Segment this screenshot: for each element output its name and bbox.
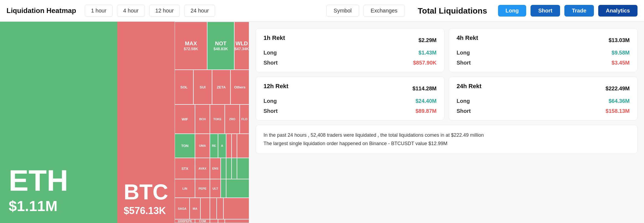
ton-tile[interactable]: TON — [175, 134, 195, 158]
12h-rekt-value: $114.28M — [412, 85, 437, 92]
ma-tile[interactable]: MA — [190, 198, 200, 219]
filter-btn-symbol[interactable]: Symbol — [326, 5, 359, 17]
action-btn-long[interactable]: Long — [498, 5, 526, 17]
action-btn-analytics[interactable]: Analytics — [598, 5, 638, 17]
yc-tile[interactable] — [221, 179, 226, 198]
zeta-tile[interactable]: ZETA — [212, 70, 231, 104]
uma-tile[interactable]: UMA — [195, 134, 210, 158]
do-tile[interactable] — [210, 219, 218, 223]
not-tile[interactable]: NOT $48.83K — [207, 22, 234, 70]
eth-block[interactable]: ETH $1.11M — [0, 22, 117, 223]
heatmap-area: ETH $1.11M BTC $576.13K MAX $72.58K NOT … — [0, 22, 249, 223]
4h-rekt-row: 4h Rekt $13.03M — [457, 34, 630, 46]
wld-value: $47.34K — [235, 47, 249, 51]
m1-tile[interactable] — [221, 158, 226, 179]
sui-tile[interactable]: SUI — [193, 70, 212, 104]
re-tile[interactable]: RE — [210, 134, 218, 158]
not-symbol: NOT — [215, 40, 226, 47]
btc-block[interactable]: BTC $576.13K — [117, 22, 175, 223]
g1-tile[interactable] — [226, 179, 249, 198]
max-symbol: MAX — [185, 40, 197, 47]
stat-card-1h: 1h Rekt $2.29M Long $1.43M Short $857.90… — [256, 28, 444, 72]
24h-short-value: $158.13M — [606, 108, 630, 114]
sol-tile[interactable]: SOL — [175, 70, 193, 104]
time-btn-24h[interactable]: 24 hour — [184, 5, 215, 17]
btc-symbol: BTC — [124, 181, 168, 203]
time-btn-4h[interactable]: 4 hour — [117, 5, 145, 17]
24h-rekt-row: 24h Rekt $222.49M — [457, 83, 630, 94]
1h-short-label: Short — [264, 60, 278, 66]
4h-long-value: $9.58M — [612, 50, 630, 56]
pepe-tile[interactable]: PEPE — [195, 179, 210, 198]
o-tile[interactable] — [226, 134, 232, 158]
row-5: STX AVAX ENS — [175, 158, 249, 179]
r-tile[interactable] — [237, 134, 249, 158]
action-btn-short[interactable]: Short — [531, 5, 560, 17]
stat-card-4h: 4h Rekt $13.03M Long $9.58M Short $3.45M — [449, 28, 638, 72]
lin-tile[interactable]: LIN — [175, 179, 195, 198]
ar-tile[interactable] — [217, 198, 223, 219]
1h-long-row: Long $1.43M — [264, 50, 437, 56]
bch-tile[interactable]: BCH — [195, 104, 210, 134]
ult-tile[interactable]: ULT — [210, 179, 221, 198]
12h-short-row: Short $89.87M — [264, 108, 437, 114]
saga-tile[interactable]: SAGA — [175, 198, 190, 219]
24h-long-label: Long — [457, 98, 470, 104]
24h-short-label: Short — [457, 108, 471, 114]
wld-tile[interactable]: WLD $47.34K — [234, 22, 249, 70]
12h-short-value: $89.87M — [415, 108, 437, 114]
ens-tile[interactable]: ENS — [210, 158, 221, 179]
wif-tile[interactable]: WIF — [175, 104, 195, 134]
stat-card-12h: 12h Rekt $114.28M Long $24.40M Short $89… — [256, 77, 444, 120]
stx-tile[interactable]: STX — [175, 158, 195, 179]
row-3: WIF BCH TOKE ZRO FLO — [175, 104, 249, 134]
o2-tile[interactable] — [226, 158, 232, 179]
others-tile[interactable]: Others — [230, 70, 249, 104]
zro-tile[interactable]: ZRO — [225, 104, 240, 134]
h-tile[interactable] — [232, 134, 237, 158]
24h-long-value: $64.36M — [609, 98, 630, 104]
1h-long-label: Long — [264, 50, 277, 56]
app-title: Liquidation Heatmap — [6, 7, 76, 15]
row-1: MAX $72.58K NOT $48.83K WLD $47.34K — [175, 22, 249, 70]
por-tile[interactable] — [200, 198, 210, 219]
4h-short-row: Short $3.45M — [457, 60, 630, 66]
main-content: ETH $1.11M BTC $576.13K MAX $72.58K NOT … — [0, 22, 644, 223]
action-btn-trade[interactable]: Trade — [564, 5, 594, 17]
12h-long-label: Long — [264, 98, 277, 104]
row-8: 1000PEPE COM — [175, 219, 249, 223]
24h-rekt-value: $222.49M — [606, 85, 630, 92]
4h-short-label: Short — [457, 60, 471, 66]
pepe1000-tile[interactable]: 1000PEPE — [175, 219, 195, 223]
24h-long-row: Long $64.36M — [457, 98, 630, 104]
filter-btn-exchanges[interactable]: Exchanges — [363, 5, 405, 17]
1h-short-value: $857.90K — [413, 60, 437, 66]
max-tile[interactable]: MAX $72.58K — [175, 22, 207, 70]
stat-card-24h: 24h Rekt $222.49M Long $64.36M Short $15… — [449, 77, 638, 120]
ga-tile[interactable] — [210, 198, 217, 219]
so-tile[interactable] — [218, 219, 225, 223]
4h-period-label: 4h Rekt — [457, 34, 478, 42]
12h-period-label: 12h Rekt — [264, 83, 288, 90]
avax-tile[interactable]: AVAX — [195, 158, 210, 179]
time-btn-12h[interactable]: 12 hour — [149, 5, 180, 17]
flo-tile[interactable]: FLO — [240, 104, 249, 134]
row-4: TON UMA RE A — [175, 134, 249, 158]
bi-tile[interactable] — [225, 219, 249, 223]
j-tile[interactable] — [237, 158, 249, 179]
row-2: SOL SUI ZETA Others — [175, 70, 249, 104]
4h-rekt-value: $13.03M — [609, 37, 630, 43]
eth-symbol: ETH — [9, 165, 109, 195]
not-value: $48.83K — [214, 47, 228, 51]
i-tile[interactable] — [232, 158, 237, 179]
com-tile[interactable]: COM — [195, 219, 210, 223]
12h-rekt-row: 12h Rekt $114.28M — [264, 83, 437, 94]
12h-long-value: $24.40M — [415, 98, 437, 104]
info-card: In the past 24 hours , 52,408 traders we… — [256, 125, 638, 154]
time-btn-1h[interactable]: 1 hour — [85, 5, 113, 17]
a-tile[interactable]: A — [218, 134, 226, 158]
toke-tile[interactable]: TOKE — [210, 104, 225, 134]
ta-tile[interactable] — [223, 198, 249, 219]
24h-period-label: 24h Rekt — [457, 83, 482, 90]
1h-rekt-value: $2.29M — [418, 37, 437, 43]
